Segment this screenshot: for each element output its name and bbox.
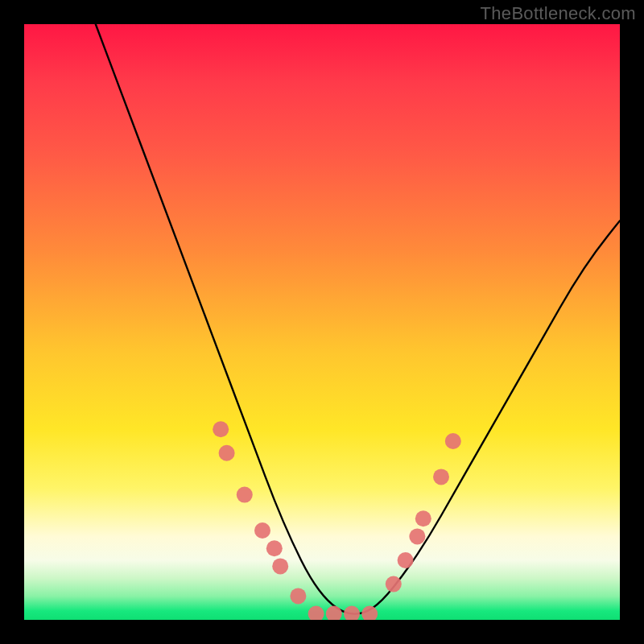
watermark-text: TheBottleneck.com: [481, 3, 636, 24]
curve-marker: [386, 576, 402, 592]
curve-marker: [415, 510, 431, 526]
curve-marker: [398, 552, 414, 568]
curve-marker: [266, 540, 283, 556]
curve-markers: [213, 421, 461, 620]
curve-marker: [445, 433, 461, 449]
curve-marker: [344, 606, 360, 620]
curve-marker: [326, 606, 342, 620]
curve-marker: [254, 522, 270, 539]
chart-svg: [24, 24, 620, 620]
curve-marker: [361, 606, 378, 620]
curve-marker: [308, 606, 324, 620]
plot-area: [24, 24, 620, 620]
curve-marker: [213, 421, 229, 437]
curve-marker: [237, 487, 253, 503]
curve-marker: [272, 558, 288, 574]
chart-frame: TheBottleneck.com: [0, 0, 644, 644]
curve-marker: [290, 588, 306, 604]
curve-marker: [219, 445, 235, 461]
bottleneck-curve: [96, 24, 620, 614]
curve-marker: [433, 469, 449, 485]
curve-marker: [409, 528, 425, 544]
